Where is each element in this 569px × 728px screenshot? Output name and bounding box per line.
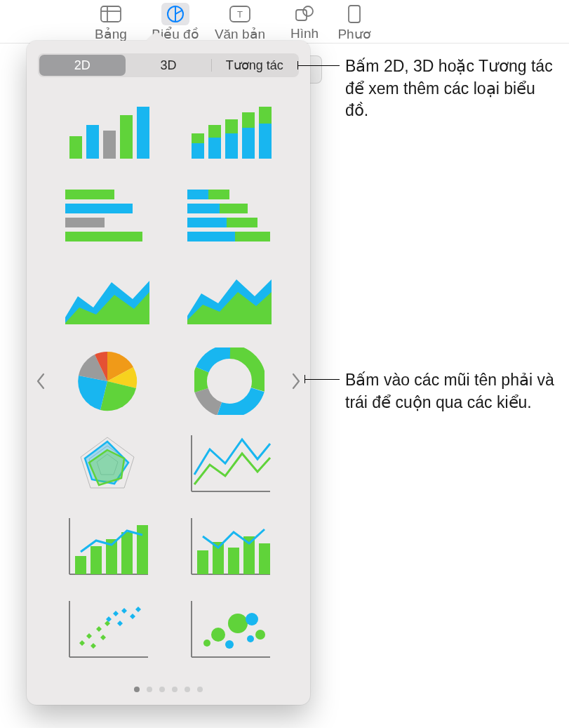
chart-thumb-bar[interactable] xyxy=(62,180,153,251)
chart-thumb-scatter[interactable] xyxy=(62,595,153,665)
svg-rect-23 xyxy=(259,124,272,159)
svg-rect-58 xyxy=(197,550,208,574)
svg-point-71 xyxy=(246,613,258,626)
chart-thumb-stacked-bar[interactable] xyxy=(184,180,275,251)
page-dot[interactable] xyxy=(185,687,190,692)
page-dots xyxy=(27,678,310,705)
callout-text: Bấm vào các mũi tên phải và trái để cuộn… xyxy=(345,371,554,411)
callout-line xyxy=(304,379,340,380)
callout-arrows: Bấm vào các mũi tên phải và trái để cuộn… xyxy=(345,369,556,413)
chart-thumb-column[interactable] xyxy=(62,98,153,168)
chart-thumb-radar[interactable] xyxy=(62,429,153,499)
chart-icon xyxy=(165,5,186,23)
chart-thumb-stacked-column[interactable] xyxy=(184,98,275,168)
svg-point-72 xyxy=(255,630,265,640)
toolbar: Bảng Biểu đồ T Văn bản Hình xyxy=(0,0,569,44)
svg-rect-14 xyxy=(137,107,149,159)
svg-rect-27 xyxy=(65,218,105,227)
text-icon: T xyxy=(229,5,250,23)
chart-thumb-donut[interactable] xyxy=(184,346,275,416)
chart-thumb-combo-2[interactable] xyxy=(184,512,275,582)
svg-rect-19 xyxy=(225,133,238,159)
svg-rect-28 xyxy=(65,232,142,241)
svg-rect-22 xyxy=(242,112,255,128)
nav-right[interactable] xyxy=(286,367,306,395)
svg-rect-52 xyxy=(91,546,102,574)
svg-rect-54 xyxy=(121,532,133,574)
toolbar-item-media[interactable]: Phươ xyxy=(337,3,372,42)
toolbar-label: Văn bản xyxy=(215,26,265,42)
callout-tick xyxy=(297,61,298,70)
svg-rect-13 xyxy=(120,115,133,159)
svg-rect-34 xyxy=(227,218,257,227)
svg-rect-20 xyxy=(225,119,238,133)
svg-rect-21 xyxy=(242,128,255,159)
svg-rect-11 xyxy=(86,125,99,159)
svg-rect-36 xyxy=(235,232,270,241)
chart-thumb-stacked-area[interactable] xyxy=(184,263,275,333)
svg-point-69 xyxy=(225,640,234,649)
page-dot[interactable] xyxy=(147,687,152,692)
tab-3d[interactable]: 3D xyxy=(126,55,212,76)
svg-rect-31 xyxy=(187,204,220,213)
tab-interactive[interactable]: Tương tác xyxy=(211,55,297,76)
toolbar-label: Phươ xyxy=(337,26,370,42)
svg-rect-18 xyxy=(208,125,221,138)
svg-rect-15 xyxy=(192,143,204,159)
svg-rect-35 xyxy=(187,232,235,241)
toolbar-item-text[interactable]: T Văn bản xyxy=(208,3,272,42)
media-icon xyxy=(344,5,365,23)
svg-rect-30 xyxy=(208,190,229,199)
chart-thumb-pie[interactable] xyxy=(62,346,153,416)
svg-point-68 xyxy=(211,628,225,642)
seg-control: 2D 3D Tương tác xyxy=(38,53,299,77)
callout-tick xyxy=(304,375,305,383)
svg-rect-55 xyxy=(137,525,148,574)
svg-rect-60 xyxy=(228,548,239,574)
svg-rect-12 xyxy=(103,131,116,159)
toolbar-label: Hình xyxy=(290,26,319,41)
svg-rect-33 xyxy=(187,218,227,227)
chart-popover: 2D 3D Tương tác xyxy=(27,41,310,705)
chart-thumb-line[interactable] xyxy=(184,429,275,499)
chart-thumb-combo[interactable] xyxy=(62,512,153,582)
toolbar-item-shape[interactable]: Hình xyxy=(272,3,337,41)
page-dot[interactable] xyxy=(197,687,203,692)
table-icon xyxy=(100,5,121,23)
svg-rect-10 xyxy=(69,136,82,159)
svg-point-70 xyxy=(228,614,248,633)
nav-left[interactable] xyxy=(31,367,51,395)
tab-2d[interactable]: 2D xyxy=(39,55,126,76)
hidden-panel-edge xyxy=(308,55,322,84)
svg-rect-32 xyxy=(220,204,248,213)
toolbar-item-table[interactable]: Bảng xyxy=(79,3,143,42)
chart-grid xyxy=(51,92,286,670)
svg-rect-0 xyxy=(101,6,121,22)
svg-rect-9 xyxy=(349,6,360,22)
page-dot[interactable] xyxy=(134,687,140,692)
svg-point-67 xyxy=(203,640,210,647)
svg-rect-51 xyxy=(75,556,86,574)
callout-text: Bấm 2D, 3D hoặc Tương tác để xem thêm cá… xyxy=(345,57,553,119)
svg-text:T: T xyxy=(237,9,243,20)
svg-rect-62 xyxy=(259,543,270,574)
page-dot[interactable] xyxy=(172,687,178,692)
callout-line xyxy=(297,65,340,66)
svg-rect-29 xyxy=(187,190,208,199)
page-dot[interactable] xyxy=(159,687,165,692)
svg-point-8 xyxy=(303,6,313,16)
svg-rect-25 xyxy=(65,190,114,199)
grid-wrap xyxy=(27,84,310,678)
chart-thumb-area[interactable] xyxy=(62,263,153,333)
shape-icon xyxy=(294,5,315,23)
svg-point-73 xyxy=(247,635,254,642)
svg-rect-16 xyxy=(192,133,204,143)
toolbar-label: Bảng xyxy=(95,26,127,42)
svg-rect-26 xyxy=(65,204,133,213)
svg-rect-24 xyxy=(259,107,272,124)
chart-thumb-bubble[interactable] xyxy=(184,595,275,665)
callout-tabs: Bấm 2D, 3D hoặc Tương tác để xem thêm cá… xyxy=(345,55,563,122)
svg-rect-17 xyxy=(208,138,221,159)
